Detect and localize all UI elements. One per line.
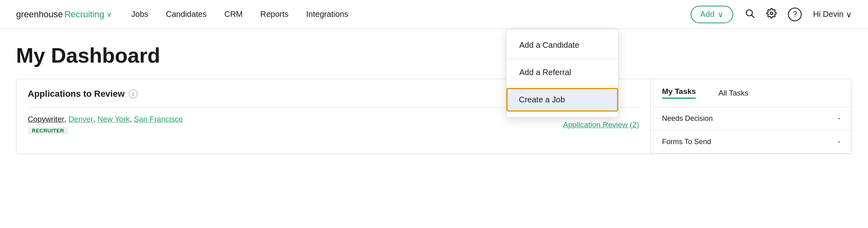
dropdown-divider-1 [506, 59, 618, 59]
job-sep-2: , [93, 115, 98, 124]
task-needs-decision-value: - [838, 114, 840, 123]
navbar: greenhouse Recruiting ∨ Jobs Candidates … [0, 0, 868, 29]
add-dropdown-menu: Add a Candidate Add a Referral Create a … [506, 29, 619, 118]
main-content: My Dashboard Applications to Review i Co… [0, 29, 868, 154]
task-needs-decision: Needs Decision - [651, 107, 852, 130]
svg-line-1 [752, 15, 754, 17]
tasks-section: My Tasks All Tasks Needs Decision - Form… [650, 79, 852, 154]
user-menu[interactable]: Hi Devin ∨ [813, 10, 852, 19]
nav-links: Jobs Candidates CRM Reports Integrations [131, 10, 691, 19]
logo-recruiting: Recruiting [64, 9, 104, 20]
add-chevron-icon: ∨ [718, 10, 724, 19]
logo-chevron-icon[interactable]: ∨ [107, 10, 112, 19]
task-forms-to-send-value: - [838, 138, 840, 146]
task-forms-to-send-label: Forms To Send [662, 138, 711, 146]
dropdown-add-referral[interactable]: Add a Referral [506, 61, 618, 84]
applications-title: Applications to Review [28, 89, 125, 99]
page-title: My Dashboard [16, 43, 852, 67]
job-sep-3: , [130, 115, 134, 124]
logo[interactable]: greenhouse Recruiting ∨ [16, 9, 112, 20]
nav-reports[interactable]: Reports [260, 10, 288, 19]
job-sep-1: , [64, 115, 69, 124]
dashboard-panel: Applications to Review i Copywriter , De… [16, 79, 852, 154]
job-location-denver[interactable]: Denver [68, 115, 93, 124]
user-greeting: Hi Devin [813, 10, 843, 19]
nav-crm[interactable]: CRM [224, 10, 243, 19]
job-info: Copywriter , Denver , New York , San Fra… [28, 115, 555, 134]
job-title-line: Copywriter , Denver , New York , San Fra… [28, 115, 555, 124]
dropdown-create-job[interactable]: Create a Job [506, 88, 618, 112]
tasks-tabs: My Tasks All Tasks [651, 79, 852, 107]
user-chevron-icon: ∨ [846, 10, 852, 19]
logo-greenhouse: greenhouse [16, 9, 63, 20]
nav-candidates[interactable]: Candidates [166, 10, 207, 19]
tab-my-tasks-label: My Tasks [662, 87, 696, 96]
task-needs-decision-label: Needs Decision [662, 114, 713, 123]
tab-my-tasks[interactable]: My Tasks [651, 79, 707, 107]
svg-point-2 [770, 12, 773, 14]
settings-button[interactable] [766, 8, 777, 21]
tab-all-tasks-label: All Tasks [718, 89, 749, 97]
help-button[interactable]: ? [788, 8, 802, 21]
task-forms-to-send: Forms To Send - [651, 130, 852, 154]
info-icon[interactable]: i [129, 90, 138, 98]
search-button[interactable] [745, 8, 755, 21]
job-location-sf[interactable]: San Francisco [134, 115, 183, 124]
tab-all-tasks[interactable]: All Tasks [707, 81, 760, 106]
add-button[interactable]: Add ∨ [691, 6, 734, 23]
dropdown-add-candidate[interactable]: Add a Candidate [506, 33, 618, 57]
recruiter-badge: RECRUITER [28, 127, 68, 134]
add-button-label: Add [700, 10, 715, 19]
app-review-link[interactable]: Application Review (2) [563, 120, 639, 129]
dropdown-divider-2 [506, 86, 618, 86]
nav-actions: Add ∨ ? Hi Devin ∨ [691, 6, 852, 23]
nav-integrations[interactable]: Integrations [306, 10, 348, 19]
job-location-newyork[interactable]: New York [97, 115, 130, 124]
nav-jobs[interactable]: Jobs [131, 10, 148, 19]
job-title-link[interactable]: Copywriter [28, 115, 64, 124]
